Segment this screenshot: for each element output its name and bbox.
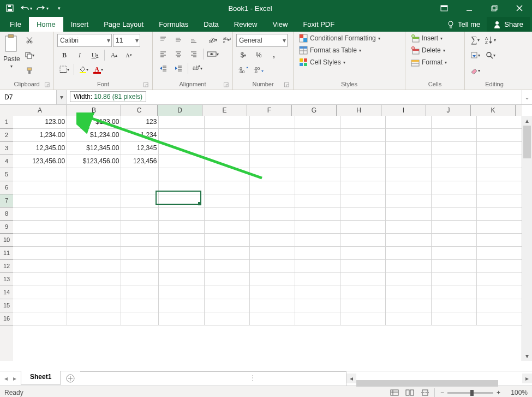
cell-A16[interactable] (13, 312, 67, 325)
cell-I13[interactable] (386, 273, 431, 286)
hscroll-thumb[interactable] (356, 380, 498, 387)
tab-splitter[interactable]: ⋮ (249, 374, 257, 382)
cell-B7[interactable] (67, 194, 121, 207)
increase-indent-button[interactable] (171, 62, 186, 74)
zoom-out-button[interactable]: − (440, 389, 444, 396)
cell-B4[interactable]: $123,456.00 (67, 155, 121, 168)
cell-B13[interactable] (67, 273, 121, 286)
cell-A2[interactable]: 1,234.00 (13, 129, 67, 141)
cell-G9[interactable] (295, 221, 340, 233)
cell-F7[interactable] (250, 194, 295, 207)
cell-K4[interactable] (477, 155, 522, 168)
cell-B5[interactable] (67, 168, 121, 181)
cell-I12[interactable] (386, 260, 431, 272)
cell-A7[interactable] (13, 194, 67, 207)
number-format-combo[interactable]: General▾ (236, 34, 288, 47)
qat-customize-button[interactable]: ▾ (52, 2, 65, 15)
tab-home[interactable]: Home (29, 17, 63, 32)
select-all-button[interactable] (0, 105, 14, 116)
orientation-button[interactable]: ab▾ (205, 34, 219, 46)
cell-A10[interactable] (13, 234, 67, 246)
autosum-button[interactable]: ∑▾ (468, 34, 482, 46)
format-painter-button[interactable] (22, 64, 37, 76)
cell-K7[interactable] (477, 194, 522, 207)
cell-K15[interactable] (477, 299, 522, 312)
tab-foxit-pdf[interactable]: Foxit PDF (295, 17, 342, 32)
cell-A15[interactable] (13, 299, 67, 312)
tab-file[interactable]: File (2, 17, 29, 32)
fill-button[interactable]: ▾ (468, 49, 482, 61)
cell-K16[interactable] (477, 312, 522, 325)
cell-J10[interactable] (432, 234, 477, 246)
cell-B14[interactable] (67, 286, 121, 299)
row-header-14[interactable]: 14 (0, 286, 13, 299)
cell-K10[interactable] (477, 234, 522, 246)
cell-I11[interactable] (386, 247, 431, 259)
cell-J4[interactable] (432, 155, 477, 168)
row-header-8[interactable]: 8 (0, 208, 13, 221)
cell-D12[interactable] (159, 260, 204, 272)
cell-F8[interactable] (250, 208, 295, 220)
delete-cells-button[interactable]: Delete▾ (409, 46, 461, 55)
cell-C13[interactable] (121, 273, 159, 286)
cell-E9[interactable] (205, 221, 250, 233)
zoom-thumb[interactable] (470, 390, 474, 396)
row-header-7[interactable]: 7 (0, 194, 13, 208)
col-header-J[interactable]: J (426, 105, 471, 116)
cell-H5[interactable] (340, 168, 386, 181)
cell-E3[interactable] (205, 142, 250, 155)
cell-G5[interactable] (295, 168, 340, 181)
tab-review[interactable]: Review (226, 17, 265, 32)
cell-G6[interactable] (295, 181, 340, 194)
cell-F9[interactable] (250, 221, 295, 233)
row-header-2[interactable]: 2 (0, 129, 13, 142)
font-color-button[interactable]: A▾ (92, 63, 106, 75)
cell-D10[interactable] (159, 234, 204, 246)
page-break-view-button[interactable] (418, 387, 432, 397)
cell-I7[interactable] (386, 194, 431, 207)
fill-color-button[interactable]: ▾ (76, 63, 91, 75)
increase-decimal-button[interactable]: .0.00 (236, 63, 250, 75)
cell-D1[interactable] (159, 116, 204, 128)
italic-button[interactable]: I (73, 49, 87, 61)
col-header-I[interactable]: I (381, 105, 426, 116)
cell-E6[interactable] (205, 181, 250, 194)
cell-D14[interactable] (159, 286, 204, 299)
cell-I6[interactable] (386, 181, 431, 194)
align-bottom-button[interactable] (187, 34, 201, 46)
cell-G11[interactable] (295, 247, 340, 259)
maximize-button[interactable] (482, 0, 507, 16)
cell-D6[interactable] (159, 181, 204, 194)
cell-J2[interactable] (432, 129, 477, 141)
cell-F10[interactable] (250, 234, 295, 246)
cell-E7[interactable] (205, 194, 250, 207)
cell-G4[interactable] (295, 155, 340, 168)
cell-C3[interactable]: 12,345 (121, 142, 159, 155)
cell-G13[interactable] (295, 273, 340, 286)
tab-page-layout[interactable]: Page Layout (96, 17, 151, 32)
cell-H16[interactable] (340, 312, 386, 325)
cell-H12[interactable] (340, 260, 386, 272)
cell-G1[interactable] (295, 116, 340, 128)
formula-bar-expand[interactable]: ⌄ (522, 90, 532, 104)
row-header-6[interactable]: 6 (0, 181, 13, 194)
row-header-3[interactable]: 3 (0, 142, 13, 155)
cell-K13[interactable] (477, 273, 522, 286)
underline-button[interactable]: U▾ (88, 49, 102, 61)
save-button[interactable] (3, 2, 16, 15)
cell-B6[interactable] (67, 181, 121, 194)
cell-A5[interactable] (13, 168, 67, 181)
cell-I15[interactable] (386, 299, 431, 312)
cell-I8[interactable] (386, 208, 431, 220)
cell-G10[interactable] (295, 234, 340, 246)
insert-cells-button[interactable]: Insert▾ (409, 34, 461, 43)
cell-E15[interactable] (205, 299, 250, 312)
cell-G15[interactable] (295, 299, 340, 312)
col-header-E[interactable]: E (202, 105, 247, 116)
cell-D2[interactable] (159, 129, 204, 141)
cell-D3[interactable] (159, 142, 204, 155)
cell-H2[interactable] (340, 129, 386, 141)
row-header-16[interactable]: 16 (0, 312, 13, 325)
cell-A9[interactable] (13, 221, 67, 233)
cell-I5[interactable] (386, 168, 431, 181)
